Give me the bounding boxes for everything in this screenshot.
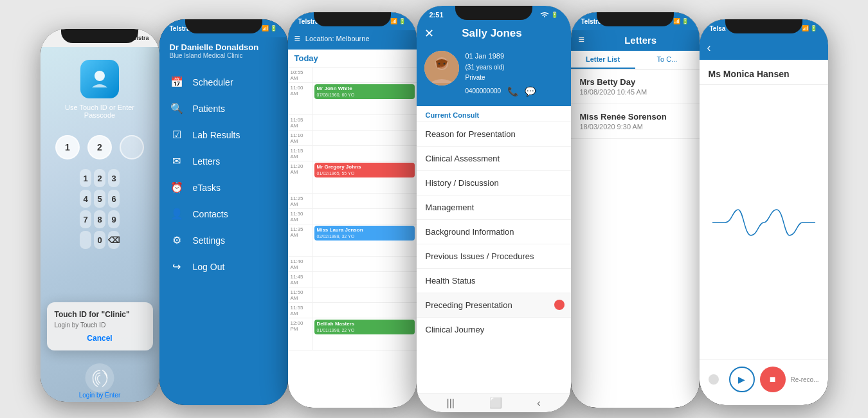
phone-call-icon[interactable]: 📞 — [507, 84, 518, 98]
appt-1110 — [312, 131, 417, 145]
pin-dots: 1 2 — [55, 135, 144, 159]
appt-john-white[interactable]: Mr John White 07/08/1960, 60 YO — [314, 84, 415, 99]
appt-gregory-johns[interactable]: Mr Gregory Johns 01/02/1965, 55 YO — [314, 163, 415, 177]
appt-1200[interactable]: Delilah Masters 01/01/1998, 22 YO — [312, 318, 417, 350]
sidebar-item-contacts[interactable]: 👤 Contacts — [159, 201, 288, 227]
hamburger-icon[interactable]: ≡ — [294, 33, 300, 44]
sidebar-label-letters: Letters — [193, 156, 221, 167]
patient-insurance: Private — [466, 73, 563, 83]
appt-laura-jenson[interactable]: Miss Laura Jenson 02/02/1988, 32 YO — [314, 226, 415, 241]
cancel-button[interactable]: Cancel — [55, 334, 145, 343]
numpad-6[interactable]: 6 — [108, 190, 120, 208]
dialog-subtitle: Login by Touch ID — [55, 322, 145, 329]
app-logo — [80, 60, 119, 98]
logout-icon: ↪ — [170, 260, 184, 273]
time-1145: 11:45 AM — [288, 272, 312, 287]
sidebar-item-lab[interactable]: ☑ Lab Results — [159, 122, 288, 148]
close-button[interactable]: ✕ — [424, 26, 434, 41]
consult-history-discussion[interactable]: History / Discussion — [417, 171, 571, 195]
logo-svg — [89, 68, 111, 90]
appt-1125 — [312, 194, 417, 208]
numpad-8[interactable]: 8 — [94, 210, 105, 228]
hamburger-letters-icon[interactable]: ≡ — [579, 34, 584, 46]
login-enter-label[interactable]: Login by Enter — [41, 392, 159, 399]
play-button[interactable]: ▶ — [729, 367, 755, 392]
appt-delilah-masters[interactable]: Delilah Masters 01/01/1998, 22 YO — [314, 320, 415, 334]
numpad-1[interactable]: 1 — [80, 169, 91, 187]
calendar-icon: 📅 — [170, 76, 184, 88]
sidebar-item-etasks[interactable]: ⏰ eTasks — [159, 174, 288, 201]
letters-list: Mrs Betty Day 18/08/2020 10:45 AM Miss R… — [571, 69, 700, 408]
letters-header: ≡ Letters — [571, 30, 700, 51]
wifi-icon — [540, 12, 549, 18]
tab-to-c[interactable]: To C... — [635, 51, 700, 69]
consult-management[interactable]: Management — [417, 195, 571, 220]
numpad-5[interactable]: 5 — [94, 190, 105, 208]
bottom-bar-home-icon[interactable]: ⬜ — [489, 397, 502, 409]
re-record-button[interactable]: Re-reco... — [791, 376, 819, 383]
schedule-list: 10:55 AM 11:00 AM Mr John White 07/08/19… — [288, 68, 417, 408]
sidebar-item-scheduler[interactable]: 📅 Scheduler — [159, 69, 288, 95]
consult-previous-issues[interactable]: Previous Issues / Procedures — [417, 244, 571, 269]
progress-slider-dot[interactable] — [709, 374, 719, 385]
time-1135: 11:35 AM — [288, 224, 312, 256]
consult-health-status[interactable]: Health Status — [417, 269, 571, 293]
notch-6 — [725, 19, 802, 33]
letter-item-betty[interactable]: Mrs Betty Day 18/08/2020 10:45 AM — [571, 69, 700, 104]
numpad-4[interactable]: 4 — [80, 190, 91, 208]
bottom-bar: ||| ⬜ ‹ — [417, 393, 571, 412]
status-icons-3: 📶 🔋 — [390, 18, 406, 24]
patient-avatar — [424, 51, 459, 86]
appt-1105 — [312, 115, 417, 130]
status-icons-6: 📶 🔋 — [802, 25, 818, 32]
consult-menu: Reason for Presentation Clinical Assessm… — [417, 122, 571, 393]
svg-point-5 — [438, 63, 440, 65]
numpad-delete[interactable]: ⌫ — [108, 231, 120, 249]
numpad-7[interactable]: 7 — [80, 210, 91, 228]
consult-clinical-assessment[interactable]: Clinical Assessment — [417, 147, 571, 171]
time-1130: 11:30 AM — [288, 209, 312, 224]
patient-header: ✕ Sally Jones — [417, 24, 571, 47]
message-icon[interactable]: 💬 — [525, 84, 536, 98]
appt-1150 — [312, 287, 417, 302]
appt-1145 — [312, 272, 417, 287]
fingerprint-icon[interactable] — [86, 363, 114, 392]
numpad-2[interactable]: 2 — [94, 169, 105, 187]
appt-1135[interactable]: Miss Laura Jenson 02/02/1988, 32 YO — [312, 224, 417, 256]
stop-button[interactable]: ■ — [760, 367, 786, 392]
schedule-row-1130: 11:30 AM — [288, 209, 417, 224]
numpad-0[interactable]: 0 — [94, 231, 105, 249]
numpad-3[interactable]: 3 — [108, 169, 120, 187]
appt-1100[interactable]: Mr John White 07/08/1960, 60 YO — [312, 83, 417, 114]
consult-preceding-presentation[interactable]: Preceding Presentation — [417, 293, 571, 318]
schedule-row-1125: 11:25 AM — [288, 194, 417, 209]
svg-point-0 — [95, 71, 105, 81]
schedule-row-1145: 11:45 AM — [288, 272, 417, 287]
letters-tabs: Letter List To C... — [571, 51, 700, 69]
sidebar-item-letters[interactable]: ✉ Letters — [159, 148, 288, 174]
consult-reason-presentation[interactable]: Reason for Presentation — [417, 122, 571, 147]
numpad-9[interactable]: 9 — [108, 210, 120, 228]
appt-1120[interactable]: Mr Gregory Johns 01/02/1965, 55 YO — [312, 161, 417, 193]
sidebar-item-patients[interactable]: 🔍 Patients — [159, 95, 288, 122]
sidebar-label-lab: Lab Results — [193, 130, 240, 140]
time-1150: 11:50 AM — [288, 287, 312, 302]
sidebar-label-logout: Log Out — [193, 262, 225, 272]
consult-clinical-journey[interactable]: Clinical Journey — [417, 318, 571, 341]
status-icons-5: 📶 🔋 — [673, 18, 689, 24]
phone-sidebar: Telstra ▶ 📶 🔋 Dr Danielle Donaldson Blue… — [159, 19, 288, 405]
sidebar-item-logout[interactable]: ↪ Log Out — [159, 253, 288, 280]
time-1110: 11:10 AM — [288, 131, 312, 145]
consult-background-info[interactable]: Background Information — [417, 220, 571, 244]
bottom-bar-back-icon[interactable]: ‹ — [537, 397, 540, 409]
back-button[interactable]: ‹ — [707, 41, 711, 55]
patient-phone-number: 0400000000 — [466, 86, 502, 96]
schedule-row-1120: 11:20 AM Mr Gregory Johns 01/02/1965, 55… — [288, 161, 417, 194]
clinic-name: Blue Island Medical Clinic — [170, 52, 278, 59]
letter-item-renee[interactable]: Miss Renée Sorenson 18/03/2020 9:30 AM — [571, 104, 700, 139]
sidebar-item-settings[interactable]: ⚙ Settings — [159, 227, 288, 253]
phone-letters: Telstra 📶 🔋 ≡ Letters Letter List To C..… — [571, 12, 700, 408]
lab-icon: ☑ — [170, 129, 184, 141]
recording-patient-name: Ms Monica Hansen — [700, 60, 828, 85]
tab-letter-list[interactable]: Letter List — [571, 51, 635, 69]
